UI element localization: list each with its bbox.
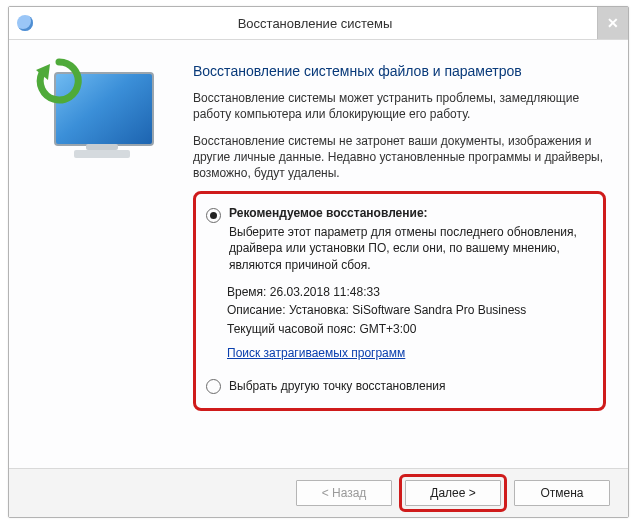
detail-tz-label: Текущий часовой пояс: [227,322,356,336]
restore-monitor-illustration [44,64,154,162]
detail-tz-value: GMT+3:00 [359,322,416,336]
detail-desc-value: Установка: SiSoftware Sandra Pro Busines… [289,303,526,317]
radio-choose-other[interactable] [206,379,221,394]
close-button[interactable]: ✕ [597,7,628,39]
title-bar: Восстановление системы ✕ [9,7,628,40]
window-title: Восстановление системы [33,16,597,31]
options-highlight-box: Рекомендуемое восстановление: Выберите э… [193,191,606,411]
back-button: < Назад [296,480,392,506]
page-heading: Восстановление системных файлов и параме… [193,62,610,80]
restore-point-details: Время: 26.03.2018 11:48:33 Описание: Уст… [206,283,589,363]
detail-time-label: Время: [227,285,266,299]
button-bar: < Назад Далее > Отмена [9,468,628,517]
illustration-column [9,40,189,468]
cancel-button[interactable]: Отмена [514,480,610,506]
option-recommended-label: Рекомендуемое восстановление: [229,206,589,220]
next-button-highlight: Далее > [399,474,507,512]
option-choose-other-label: Выбрать другую точку восстановления [229,377,446,394]
radio-recommended[interactable] [206,208,221,223]
affected-programs-link[interactable]: Поиск затрагиваемых программ [227,344,405,363]
option-recommended[interactable]: Рекомендуемое восстановление: Выберите э… [206,206,589,273]
dialog-window: Восстановление системы ✕ Восстановление … [8,6,629,518]
option-recommended-desc: Выберите этот параметр для отмены послед… [229,224,589,273]
intro-paragraph-1: Восстановление системы может устранить п… [193,90,610,122]
next-button[interactable]: Далее > [405,480,501,506]
system-restore-icon [17,15,33,31]
close-icon: ✕ [607,15,619,31]
intro-paragraph-2: Восстановление системы не затронет ваши … [193,133,610,182]
main-column: Восстановление системных файлов и параме… [189,40,628,468]
option-choose-other[interactable]: Выбрать другую точку восстановления [206,377,589,394]
detail-desc-label: Описание: [227,303,286,317]
detail-time-value: 26.03.2018 11:48:33 [270,285,380,299]
restore-arrow-icon [36,58,82,104]
content-area: Восстановление системных файлов и параме… [9,40,628,468]
